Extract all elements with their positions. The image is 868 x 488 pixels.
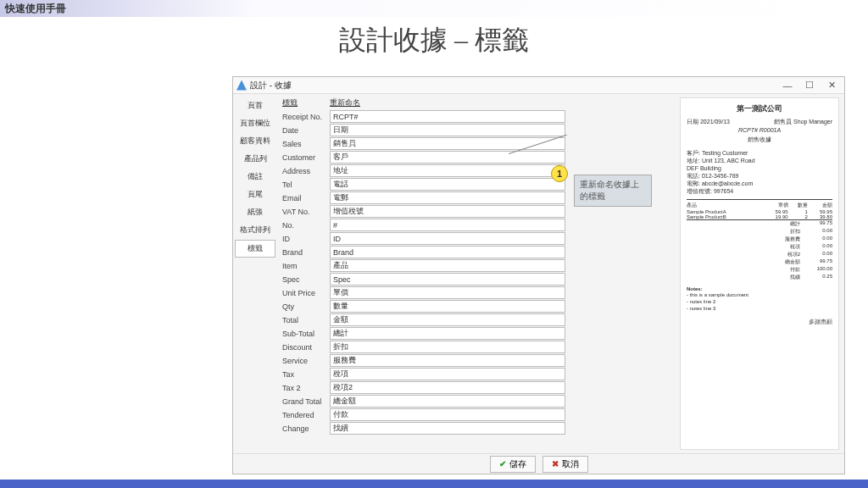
field-label: Total xyxy=(282,316,330,324)
preview-sum-row: 總金額99.75 xyxy=(687,258,832,266)
sidebar-item-1[interactable]: 頁首欄位 xyxy=(235,115,275,131)
sidebar-item-3[interactable]: 產品列 xyxy=(235,151,275,167)
field-row: Item xyxy=(282,259,673,272)
minimize-button[interactable]: — xyxy=(776,79,798,92)
field-input-vat-no-[interactable] xyxy=(330,205,565,218)
field-input-id[interactable] xyxy=(330,232,565,245)
field-row: Spec xyxy=(282,273,673,286)
preview-sum-row: 總計99.75 xyxy=(687,220,832,228)
preview-items-table: 產品 單價 數量 金額 Sample ProductA59.95159.95Sa… xyxy=(687,202,832,220)
field-input-grand-total[interactable] xyxy=(330,395,565,408)
field-input-qty[interactable] xyxy=(330,300,565,313)
field-input-discount[interactable] xyxy=(330,341,565,353)
save-button[interactable]: ✔儲存 xyxy=(490,456,536,473)
field-label: VAT No. xyxy=(282,208,330,216)
preview-note-line: - notes line 3 xyxy=(687,306,832,313)
field-row: Total xyxy=(282,313,673,326)
field-input-total[interactable] xyxy=(330,313,565,326)
sidebar-item-4[interactable]: 備註 xyxy=(235,169,275,185)
field-input-change[interactable] xyxy=(330,422,565,435)
field-input-email[interactable] xyxy=(330,191,565,204)
design-window: 設計 - 收據 — ☐ ✕ 頁首頁首欄位顧客資料產品列備註頁尾紙張格式排列標籤 … xyxy=(232,76,845,474)
field-label: ID xyxy=(282,235,330,243)
field-row: Tax 2 xyxy=(282,381,673,394)
callout-text: 重新命名收據上的標籤 xyxy=(580,180,639,201)
field-input-unit-price[interactable] xyxy=(330,286,565,299)
callout-badge: 1 xyxy=(551,165,568,182)
sidebar-item-6[interactable]: 紙張 xyxy=(235,204,275,220)
field-label: Discount xyxy=(282,343,330,352)
receipt-preview: 第一測試公司 日期 2021/09/13 銷售員 Shop Manager RC… xyxy=(680,97,839,450)
sidebar-item-2[interactable]: 顧客資料 xyxy=(235,133,275,149)
field-input-spec[interactable] xyxy=(330,273,565,286)
field-input-item[interactable] xyxy=(330,259,565,272)
field-row: Customer xyxy=(282,151,673,164)
field-label: Customer xyxy=(282,153,330,162)
field-label: Qty xyxy=(282,302,330,311)
preview-sum-row: 找續0.25 xyxy=(687,274,832,281)
callout-1: 1 重新命名收據上的標籤 xyxy=(574,175,652,207)
field-label: Tax xyxy=(282,370,330,379)
preview-thanks: 多謝惠顧 xyxy=(687,318,832,326)
preview-sums: 總計99.75折扣0.00服務費0.00稅項0.00稅項20.00總金額99.7… xyxy=(687,220,832,281)
app-icon xyxy=(236,80,247,91)
field-row: Unit Price xyxy=(282,286,673,299)
field-row: Change xyxy=(282,422,673,435)
field-row: Sub-Total xyxy=(282,327,673,340)
field-label: Item xyxy=(282,262,330,270)
window-footer: ✔儲存 ✖取消 xyxy=(233,453,844,474)
sidebar-item-7[interactable]: 格式排列 xyxy=(235,222,275,238)
field-input-service[interactable] xyxy=(330,354,565,367)
field-label: Sub-Total xyxy=(282,330,330,338)
field-input-sub-total[interactable] xyxy=(330,327,565,340)
field-row: Brand xyxy=(282,246,673,258)
field-row: Qty xyxy=(282,300,673,313)
preview-note-line: - notes line 2 xyxy=(687,299,832,306)
cross-icon: ✖ xyxy=(552,459,559,469)
field-row: Grand Total xyxy=(282,395,673,408)
form-header: 標籤 重新命名 xyxy=(282,97,673,108)
field-input-receipt-no-[interactable] xyxy=(330,110,565,123)
field-input-tax-2[interactable] xyxy=(330,381,565,394)
sidebar-item-8[interactable]: 標籤 xyxy=(235,240,275,258)
cancel-button[interactable]: ✖取消 xyxy=(542,456,588,473)
field-row: Sales xyxy=(282,137,673,150)
preview-sum-row: 稅項20.00 xyxy=(687,251,832,258)
field-input-tel[interactable] xyxy=(330,178,565,191)
field-row: ID xyxy=(282,232,673,245)
preview-note-line: - this is a sample document xyxy=(687,292,832,299)
field-input-date[interactable] xyxy=(330,124,565,136)
preview-doc-title: 銷售收據 xyxy=(687,136,832,144)
page-title: 設計收據 – 標籤 xyxy=(0,22,868,59)
field-label: Unit Price xyxy=(282,289,330,297)
doc-header: 快速使用手冊 xyxy=(0,0,868,17)
field-label: No. xyxy=(282,221,330,230)
field-input-tax[interactable] xyxy=(330,368,565,380)
field-label: Tax 2 xyxy=(282,384,330,392)
sidebar-item-0[interactable]: 頁首 xyxy=(235,97,275,114)
preview-customer: 客戶: Testing Customer 地址: Unit 123, ABC R… xyxy=(687,149,832,196)
preview-sum-row: 付款100.00 xyxy=(687,266,832,274)
field-label: Brand xyxy=(282,248,330,257)
form-panel: 標籤 重新命名 Receipt No.DateSalesCustomerAddr… xyxy=(277,94,678,453)
maximize-button[interactable]: ☐ xyxy=(798,79,821,92)
col-rename-header: 重新命名 xyxy=(330,97,360,108)
field-row: Service xyxy=(282,354,673,367)
field-row: Tax xyxy=(282,368,673,380)
field-row: No. xyxy=(282,219,673,231)
window-titlebar: 設計 - 收據 — ☐ ✕ xyxy=(233,77,844,94)
close-button[interactable]: ✕ xyxy=(821,79,843,92)
field-row: VAT No. xyxy=(282,205,673,218)
preview-sum-row: 折扣0.00 xyxy=(687,228,832,236)
field-input-brand[interactable] xyxy=(330,246,565,258)
field-label: Change xyxy=(282,424,330,433)
field-label: Email xyxy=(282,194,330,202)
sidebar-item-5[interactable]: 頁尾 xyxy=(235,186,275,202)
field-input-tendered[interactable] xyxy=(330,408,565,421)
field-label: Address xyxy=(282,167,330,175)
field-label: Receipt No. xyxy=(282,113,330,121)
field-row: Tendered xyxy=(282,408,673,421)
field-input-no-[interactable] xyxy=(330,219,565,231)
page-footer-bar xyxy=(0,480,868,488)
preview-rcpt-no: RCPT# R0001A xyxy=(687,127,832,133)
